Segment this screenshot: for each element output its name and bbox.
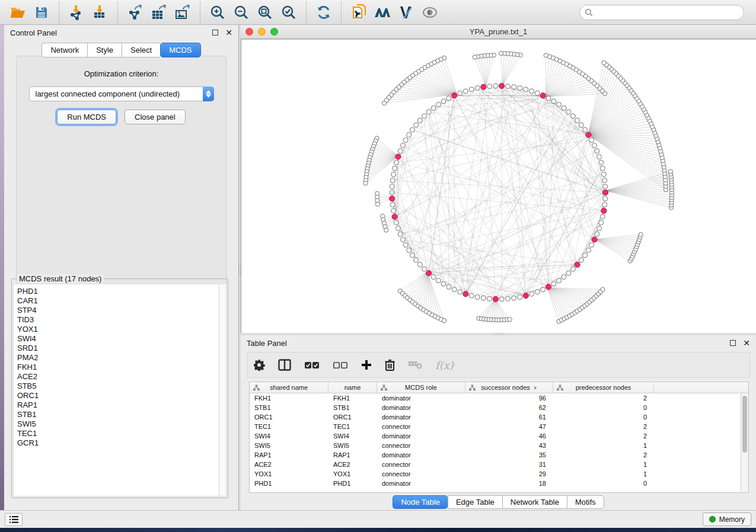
graph-node[interactable] <box>407 248 412 252</box>
graph-node[interactable] <box>441 99 446 104</box>
mcds-graph-node[interactable] <box>601 208 607 213</box>
graph-node[interactable] <box>452 287 457 292</box>
graph-node[interactable] <box>551 99 556 104</box>
table-row[interactable]: PHD1PHD1dominator180 <box>250 479 741 488</box>
run-mcds-button[interactable]: Run MCDS <box>57 110 116 124</box>
mcds-node-item[interactable]: CAR1 <box>17 296 219 306</box>
graph-node[interactable] <box>602 203 607 207</box>
graph-node[interactable] <box>417 262 422 267</box>
mcds-node-item[interactable]: GCR1 <box>17 438 219 448</box>
mcds-list-scrollbar[interactable] <box>219 284 226 496</box>
graph-node[interactable] <box>398 149 403 153</box>
mcds-graph-node[interactable] <box>575 262 580 267</box>
graph-node[interactable] <box>595 149 599 153</box>
graph-node[interactable] <box>391 172 396 177</box>
graph-node[interactable] <box>602 178 607 182</box>
graph-node[interactable] <box>586 248 591 252</box>
network-graph[interactable] <box>241 39 755 332</box>
mcds-graph-node[interactable] <box>602 190 608 195</box>
graph-node[interactable] <box>390 178 395 182</box>
splitter-handle[interactable] <box>493 333 505 335</box>
network-canvas[interactable] <box>241 39 756 333</box>
tab-network[interactable]: Network <box>42 43 87 57</box>
deselect-all-icon[interactable] <box>333 361 348 369</box>
graph-leaf-node[interactable] <box>602 60 606 65</box>
search-input[interactable] <box>593 7 739 18</box>
graph-node[interactable] <box>570 114 575 118</box>
memory-button[interactable]: Memory <box>703 512 751 526</box>
graph-node[interactable] <box>600 166 605 171</box>
graph-node[interactable] <box>441 281 446 286</box>
column-header-predecessor-nodes[interactable]: predecessor nodes <box>553 382 654 393</box>
graph-node[interactable] <box>493 84 498 88</box>
graph-node[interactable] <box>469 293 474 298</box>
graph-node[interactable] <box>481 296 486 300</box>
graph-node[interactable] <box>529 89 534 94</box>
graph-node[interactable] <box>426 110 431 114</box>
graph-node[interactable] <box>583 253 588 258</box>
graph-leaf-node[interactable] <box>473 55 477 59</box>
graph-leaf-node[interactable] <box>442 319 446 323</box>
float-panel-icon[interactable] <box>730 340 736 346</box>
add-column-icon[interactable] <box>361 360 372 370</box>
graph-node[interactable] <box>512 85 516 89</box>
graph-node[interactable] <box>417 118 422 123</box>
table-row[interactable]: RAP1RAP1dominator352 <box>250 450 741 460</box>
mcds-graph-node[interactable] <box>493 296 498 302</box>
table-row[interactable]: TEC1TEC1connector472 <box>250 422 741 431</box>
graph-node[interactable] <box>436 102 441 107</box>
column-selector-icon[interactable] <box>278 359 291 371</box>
graph-node[interactable] <box>583 127 588 132</box>
mcds-graph-node[interactable] <box>426 270 432 275</box>
tab-mcds[interactable]: MCDS <box>160 43 200 57</box>
mcds-result-list[interactable]: PHD1CAR1STP4TID3YOX1SWI4SRD1PMA2FKH1ACE2… <box>13 284 227 496</box>
graph-node[interactable] <box>463 89 468 94</box>
graph-node[interactable] <box>391 209 396 213</box>
graph-node[interactable] <box>566 110 571 114</box>
tab-style[interactable]: Style <box>87 43 122 57</box>
show-hide-eye-icon[interactable] <box>418 2 442 23</box>
import-network-icon[interactable] <box>65 2 88 23</box>
mcds-node-item[interactable]: ACE2 <box>17 372 219 382</box>
graph-node[interactable] <box>390 203 395 207</box>
graph-node[interactable] <box>400 237 405 242</box>
tab-node-table[interactable]: Node Table <box>393 495 448 509</box>
graph-node[interactable] <box>599 160 604 165</box>
graph-node[interactable] <box>566 271 571 275</box>
table-row[interactable]: ACE2ACE2connector311 <box>250 460 741 469</box>
select-all-icon[interactable] <box>304 361 320 369</box>
tab-edge-table[interactable]: Edge Table <box>448 495 502 509</box>
graph-node[interactable] <box>487 296 492 301</box>
graph-node[interactable] <box>414 123 419 127</box>
import-table-icon[interactable] <box>88 2 112 23</box>
mcds-graph-node[interactable] <box>395 154 401 159</box>
graph-node[interactable] <box>535 91 540 95</box>
mcds-node-item[interactable]: TID3 <box>17 315 219 325</box>
graph-node[interactable] <box>422 267 427 271</box>
table-row[interactable]: SWI4SWI4dominator462 <box>250 431 741 441</box>
mcds-node-item[interactable]: RAP1 <box>17 400 219 410</box>
export-table-icon[interactable] <box>147 2 171 23</box>
mcds-node-item[interactable]: YOX1 <box>17 325 219 334</box>
graph-node[interactable] <box>603 184 608 189</box>
tab-motifs[interactable]: Motifs <box>567 495 604 509</box>
table-options-gear-icon[interactable] <box>253 359 265 371</box>
graph-node[interactable] <box>600 214 605 219</box>
graph-node[interactable] <box>410 253 414 258</box>
graph-node[interactable] <box>597 155 602 159</box>
graph-node[interactable] <box>524 87 528 92</box>
graph-leaf-node[interactable] <box>668 169 672 174</box>
zoom-in-icon[interactable] <box>206 2 229 23</box>
table-row[interactable]: ORC1ORC1dominator610 <box>250 412 741 422</box>
graph-leaf-node[interactable] <box>384 228 388 232</box>
graph-node[interactable] <box>393 166 397 171</box>
export-network-icon[interactable] <box>123 2 147 23</box>
tab-network-table[interactable]: Network Table <box>502 495 567 509</box>
graph-node[interactable] <box>446 96 451 101</box>
search-binoculars-icon[interactable] <box>371 2 394 23</box>
graph-node[interactable] <box>589 243 594 248</box>
graph-node[interactable] <box>557 102 562 107</box>
graph-node[interactable] <box>562 275 566 280</box>
graph-node[interactable] <box>394 220 398 225</box>
graph-leaf-node[interactable] <box>375 202 379 206</box>
